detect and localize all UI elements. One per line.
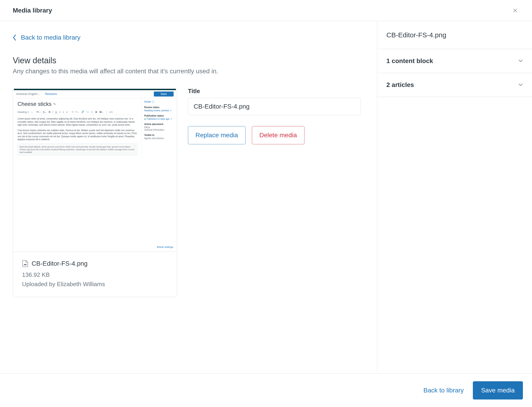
replace-media-button[interactable]: Replace media [188, 126, 246, 144]
accordion-label: 2 articles [386, 81, 414, 89]
title-input[interactable] [188, 98, 361, 115]
media-filename: CB-Editor-FS-4.png [32, 260, 88, 267]
accordion-content-block[interactable]: 1 content block [377, 49, 532, 73]
image-file-icon [22, 260, 28, 267]
save-media-button[interactable]: Save media [473, 381, 523, 399]
delete-media-button[interactable]: Delete media [252, 126, 304, 144]
close-icon [512, 8, 518, 13]
sidebar-filename: CB-Editor-FS-4.png [386, 31, 523, 39]
media-size: 136.92 KB [22, 271, 168, 278]
chevron-down-icon [518, 83, 523, 87]
section-subtitle: Any changes to this media will affect al… [13, 68, 364, 75]
chevron-left-icon [13, 34, 16, 41]
accordion-label: 1 content block [386, 57, 433, 65]
close-button[interactable] [511, 6, 519, 15]
media-preview: American English ⌄ Revisions Save Cheese… [13, 88, 177, 252]
preview-thumbnail: American English ⌄ Revisions Save Cheese… [14, 89, 176, 250]
media-uploader: Uploaded by Elizabeth Williams [22, 281, 168, 288]
media-card: American English ⌄ Revisions Save Cheese… [13, 88, 177, 297]
accordion-articles[interactable]: 2 articles [377, 73, 532, 97]
section-title: View details [13, 56, 364, 65]
chevron-down-icon [518, 59, 523, 63]
back-link-label: Back to media library [21, 34, 80, 41]
page-title: Media library [13, 7, 52, 14]
back-link[interactable]: Back to media library [13, 34, 80, 41]
title-label: Title [188, 88, 364, 95]
back-to-library-button[interactable]: Back to library [424, 387, 464, 394]
